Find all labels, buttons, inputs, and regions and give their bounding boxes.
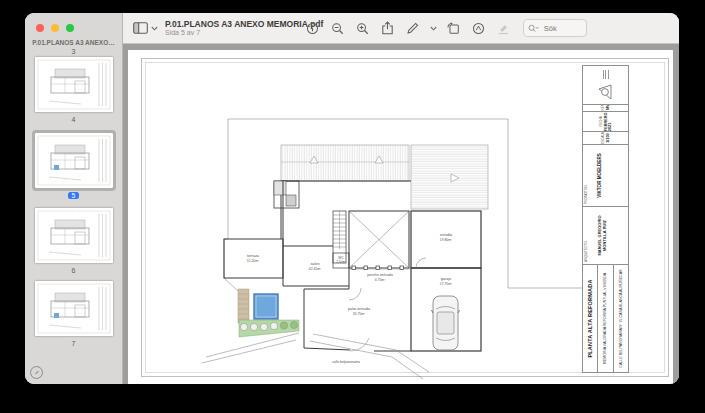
rotate-icon[interactable] [445,19,463,37]
street-label: calle belpanorama [332,360,360,364]
architect-name: MANUEL GREGORIO MONTILLA RUIZ [597,207,607,264]
logo-text-lines [603,71,609,80]
room-label: porche entrada [367,273,393,277]
markup-pencil-icon[interactable] [404,19,422,37]
fill-and-sign-icon[interactable] [470,19,488,37]
pdf-viewport[interactable]: terraza 51.20m² salon 42.45m² WC 2.50m² … [123,44,679,384]
search-field[interactable] [523,19,587,37]
plan-title: PLANTA ALTA REFORMADA [583,265,598,372]
chevron-down-icon[interactable] [149,19,159,37]
search-input[interactable] [542,23,580,34]
project-address: CALLE BELPANORAMA Nº 25 CASA BLANCA ALMU… [614,265,628,372]
room-area: 4.75m² [375,278,386,282]
main-area: P.01.PLANOS A3 ANEXO MEMORIA.pdf Sida 5 … [123,13,679,384]
title-block: PLANTA ALTA REFORMADA MEMORIA VALORADA R… [582,65,629,373]
search-icon [528,24,539,33]
close-window-button[interactable] [36,24,44,32]
room-area: 2.50m² [336,260,345,264]
toolbar: P.01.PLANOS A3 ANEXO MEMORIA.pdf Sida 5 … [123,13,679,44]
thumbnail-page-number-badge: 5 [68,191,79,201]
thumbnail-page-number: 7 [72,339,76,349]
window-controls [25,13,74,32]
screen: P.01.PLANOS A3 ANEXO… 3 [0,0,705,413]
scale-cell: ESCALA 1/100 [583,131,628,144]
pool-area [238,289,299,337]
page-thumbnail[interactable] [35,281,113,336]
markup-chevron-icon[interactable] [429,19,438,37]
markup-filter-button[interactable] [30,366,43,379]
page-thumbnail[interactable] [35,208,113,263]
street [202,333,429,379]
zoom-window-button[interactable] [66,24,74,32]
promoter-cell: PROMOTOR: VIKTOR MOELDERS [583,144,628,206]
thumbnail-page-6[interactable]: 6 [35,208,113,276]
project-name: MEMORIA VALORADA REFORMA PUNTUAL VIVIEND… [598,265,613,372]
stair [333,211,346,249]
architect-label: ARQUITECTO: [584,240,588,262]
room-label: estudio [440,233,452,237]
thumbnail-page-7[interactable]: 7 [35,281,113,349]
thumbnail-page-number: 4 [72,115,76,125]
room-label: salon [310,262,319,266]
room-label: garaje [441,277,452,281]
document-title: P.01.PLANOS A3 ANEXO MEMORIA.pdf [165,20,304,29]
zoom-out-icon[interactable] [329,19,347,37]
architect-college-logo [583,68,628,104]
thumbnail-page-number: 3 [72,48,76,55]
meta-cell: ESCALA 1/100 FECHA FEBRERO. 2021 REFEREN… [583,104,628,144]
thumbnail-page-number: 6 [72,266,76,276]
title-block-titles: PLANTA ALTA REFORMADA MEMORIA VALORADA R… [583,264,628,372]
minimize-window-button[interactable] [51,24,59,32]
room-area: 19.80m² [440,238,453,242]
zoom-in-icon[interactable] [354,19,372,37]
thumbnail-page-5[interactable]: 5 [35,133,113,201]
thumbnail-page-4[interactable]: 4 [35,57,113,125]
highlighter-icon [495,19,513,37]
document-title-group: P.01.PLANOS A3 ANEXO MEMORIA.pdf Sida 5 … [165,20,304,36]
share-icon[interactable] [379,19,397,37]
page-thumbnail[interactable] [35,57,113,112]
toolbar-icons [304,19,513,37]
promoter-name: VIKTOR MOELDERS [597,145,602,206]
room-area: 51.20m² [247,259,260,263]
page-thumbnail[interactable] [35,133,113,188]
promoter-label: PROMOTOR: [584,184,588,204]
sidebar-document-title: P.01.PLANOS A3 ANEXO… [32,39,114,46]
room-area: 42.45m² [309,267,322,271]
architect-cell: ARQUITECTO: MANUEL GREGORIO MONTILLA RUI… [583,206,628,264]
page-indicator: Sida 5 av 7 [165,29,304,36]
thumbnail-sidebar: P.01.PLANOS A3 ANEXO… 3 [25,13,123,384]
room-area: 35.75m² [353,312,366,316]
room-area: 27.75m² [440,282,453,286]
preview-window: P.01.PLANOS A3 ANEXO… 3 [25,13,679,384]
info-icon[interactable] [304,19,322,37]
reference-cell: REFERENCIA MV 3.2021 [583,104,628,111]
room-label: patio entrada [348,307,371,311]
roof-hatching [281,145,488,209]
room-label: terraza [247,254,260,258]
pdf-page: terraza 51.20m² salon 42.45m² WC 2.50m² … [128,50,673,384]
sidebar-toggle-icon[interactable] [131,19,149,37]
date-cell: FECHA FEBRERO. 2021 [583,111,628,132]
car [432,296,460,350]
